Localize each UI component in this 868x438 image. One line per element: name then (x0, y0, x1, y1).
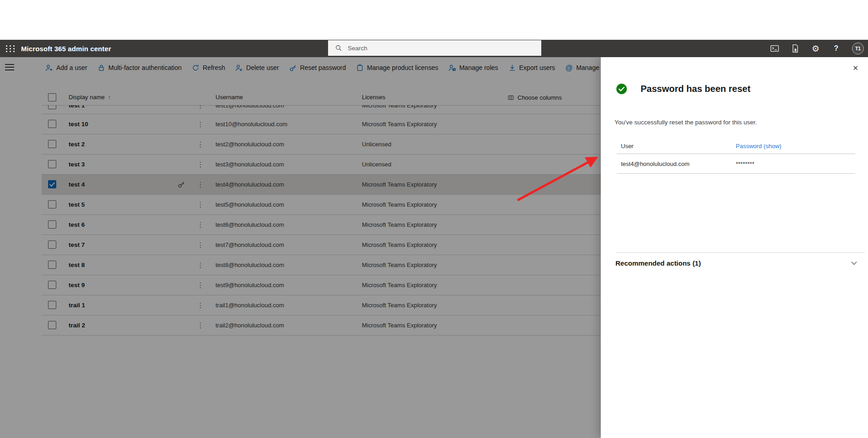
account-avatar[interactable]: T1 (852, 43, 864, 54)
feedback-icon[interactable] (790, 44, 800, 53)
search-input[interactable] (347, 44, 532, 52)
reset-user-email: test4@honolulucloud.com (617, 160, 736, 167)
panel-message: You've successfully reset the password f… (615, 119, 757, 126)
help-icon[interactable]: ? (831, 44, 841, 53)
password-result-table: User Password (show) test4@honolulucloud… (617, 139, 855, 174)
search-icon (335, 44, 342, 52)
app-header-bar: Microsoft 365 admin center ⚙ ? T1 (0, 40, 868, 57)
result-table-header: User Password (show) (617, 139, 855, 154)
masked-password: ******** (736, 160, 754, 167)
panel-header: Password has been reset (616, 83, 750, 95)
global-search-box[interactable] (328, 40, 541, 56)
recommended-actions-label: Recommended actions (1) (615, 259, 701, 267)
password-show-link[interactable]: Password (show) (736, 143, 782, 150)
reset-password-panel: ✕ Password has been reset You've success… (601, 57, 868, 438)
cloud-shell-icon[interactable] (770, 44, 779, 53)
user-column-header: User (617, 143, 736, 150)
app-title: Microsoft 365 admin center (21, 45, 111, 53)
panel-title: Password has been reset (641, 84, 750, 94)
header-actions: ⚙ ? T1 (770, 40, 864, 57)
result-table-row: test4@honolulucloud.com ******** (617, 154, 855, 174)
close-icon: ✕ (852, 64, 858, 72)
gear-icon[interactable]: ⚙ (811, 44, 820, 53)
success-check-icon (616, 83, 627, 95)
m365-admin-center-screen: Microsoft 365 admin center ⚙ ? T1 Add a … (0, 0, 868, 438)
app-launcher-button[interactable] (0, 40, 21, 57)
recommended-actions-accordion[interactable]: Recommended actions (1) (615, 252, 865, 267)
waffle-icon (6, 45, 16, 52)
chevron-down-icon (851, 260, 857, 267)
close-panel-button[interactable]: ✕ (852, 63, 859, 73)
